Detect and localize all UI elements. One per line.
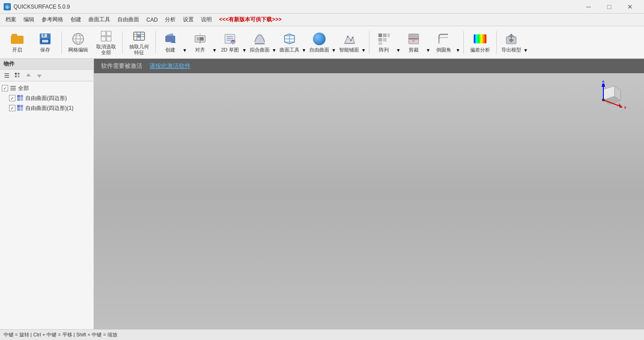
sep5 [463,31,464,54]
svg-rect-74 [17,108,20,111]
checkbox-freeform1[interactable] [9,95,15,101]
surface-tools-button[interactable]: 曲面工具 [278,29,301,56]
freeform-label: 自由曲面 [309,47,329,52]
close-button[interactable]: ✕ [620,0,640,14]
surface-icon-1 [17,94,24,102]
fillet-dropdown[interactable]: ▾ [455,29,461,56]
svg-rect-48 [409,34,419,39]
app-title: QUICKSURFACE 5.0.9 [14,4,70,10]
open-label: 开启 [12,47,22,52]
tree-view-button[interactable] [13,71,23,80]
create-label: 创建 [165,47,175,52]
svg-rect-43 [378,38,382,42]
svg-rect-45 [378,42,382,45]
trim-dropdown[interactable]: ▾ [425,29,431,56]
trim-icon: ✂ [406,32,421,46]
svg-rect-14 [101,37,106,41]
svg-rect-70 [17,98,20,101]
fit-dropdown[interactable]: ▾ [271,29,277,56]
svg-rect-28 [200,37,204,41]
sketch-button-group: 2D 2D 草图 ▾ [218,29,247,56]
create-button-group: 创建 ▾ [159,29,187,56]
all-label: 全部 [18,85,92,92]
fillet-button[interactable]: 倒圆角 [432,29,455,56]
align-label: 对齐 [195,47,205,52]
maximize-button[interactable]: □ [599,0,620,14]
sep6 [496,31,497,54]
menu-ref-mesh[interactable]: 参考网格 [38,14,67,26]
sketch-dropdown[interactable]: ▾ [242,29,247,56]
export-button[interactable]: 导出模型 [499,29,523,56]
svg-rect-60 [18,73,19,75]
menu-create[interactable]: 创建 [67,14,85,26]
svg-rect-71 [20,98,23,101]
freeform-dropdown[interactable]: ▾ [331,29,336,56]
deselect-label: 取消选取 全部 [94,44,118,55]
svg-rect-15 [107,37,111,41]
menu-file[interactable]: 档案 [2,14,20,26]
tree-item-freeform2[interactable]: 自由曲面(四边形)(1) [0,103,93,113]
svg-rect-59 [15,73,17,75]
sketch-label: 2D 草图 [221,47,238,52]
activation-link[interactable]: 请按此激活软件 [149,62,191,70]
array-label: 阵列 [379,47,389,52]
export-icon [504,32,518,46]
array-dropdown[interactable]: ▾ [396,29,401,56]
mesh-edit-button[interactable]: 网格编辑 [65,29,92,56]
menu-surface-tools[interactable]: 曲面工具 [85,14,114,26]
menu-edit[interactable]: 编辑 [20,14,38,26]
checkbox-all[interactable] [2,85,8,91]
surface-tools-label: 曲面工具 [280,47,299,52]
open-button[interactable]: 开启 [4,29,31,56]
menu-update[interactable]: <<<有新版本可供下载>>> [215,14,285,26]
menu-analysis[interactable]: 分析 [161,14,179,26]
tree-item-freeform1[interactable]: 自由曲面(四边形) [0,93,93,103]
create-button[interactable]: 创建 [159,29,182,56]
save-button[interactable]: 保存 [32,29,59,56]
main-area: 物件 [0,59,644,329]
minimize-button[interactable]: ─ [578,0,599,14]
menu-cad[interactable]: CAD [143,14,161,26]
export-dropdown[interactable]: ▾ [523,29,528,56]
tree-item-all[interactable]: 全部 [0,83,93,93]
extract-button[interactable]: 抽取几何特征 [126,29,153,56]
align-dropdown[interactable]: ▾ [212,29,217,56]
svg-text:X: X [624,105,626,110]
svg-point-38 [350,39,352,41]
freeform-button[interactable]: 自由曲面 [308,29,331,56]
smart-button[interactable]: 智能铺面 [337,29,361,56]
move-up-button[interactable] [23,71,33,80]
viewport[interactable]: 软件需要被激活 请按此激活软件 Z X [94,59,644,329]
create-dropdown[interactable]: ▾ [182,29,187,56]
list-view-button[interactable] [2,71,12,80]
smart-dropdown[interactable]: ▾ [361,29,366,56]
menu-freeform[interactable]: 自由曲面 [114,14,143,26]
fit-button-group: 拟合曲面 ▾ [248,29,277,56]
array-icon [377,32,391,46]
smart-label: 智能铺面 [339,47,359,52]
deselect-button[interactable]: 取消选取 全部 [93,29,120,56]
deviation-button[interactable]: 偏差分析 [467,29,494,56]
title-bar: Q QUICKSURFACE 5.0.9 ─ □ ✕ [0,0,644,14]
trim-button[interactable]: ✂ 剪裁 [402,29,425,56]
align-button[interactable]: 对齐 [188,29,212,56]
fit-button[interactable]: 拟合曲面 [248,29,271,56]
svg-point-37 [347,36,349,38]
extract-icon [132,29,146,43]
array-button[interactable]: 阵列 [372,29,396,56]
svg-rect-6 [42,40,48,42]
align-button-group: 对齐 ▾ [188,29,217,56]
menu-help[interactable]: 说明 [197,14,215,26]
sep3 [155,31,156,54]
svg-rect-40 [378,33,382,37]
checkbox-freeform2[interactable] [9,105,15,111]
svg-point-39 [352,37,354,38]
menu-bar: 档案 编辑 参考网格 创建 曲面工具 自由曲面 CAD 分析 设置 说明 <<<… [0,14,644,26]
array-button-group: 阵列 ▾ [372,29,401,56]
status-text: 中键 = 旋转 | Ctrl + 中键 = 平移 | Shift + 中键 = … [4,331,117,338]
sketch-button[interactable]: 2D 2D 草图 [218,29,242,56]
menu-settings[interactable]: 设置 [179,14,197,26]
move-down-button[interactable] [34,71,44,80]
group-icon [9,85,17,92]
surface-tools-dropdown[interactable]: ▾ [301,29,307,56]
